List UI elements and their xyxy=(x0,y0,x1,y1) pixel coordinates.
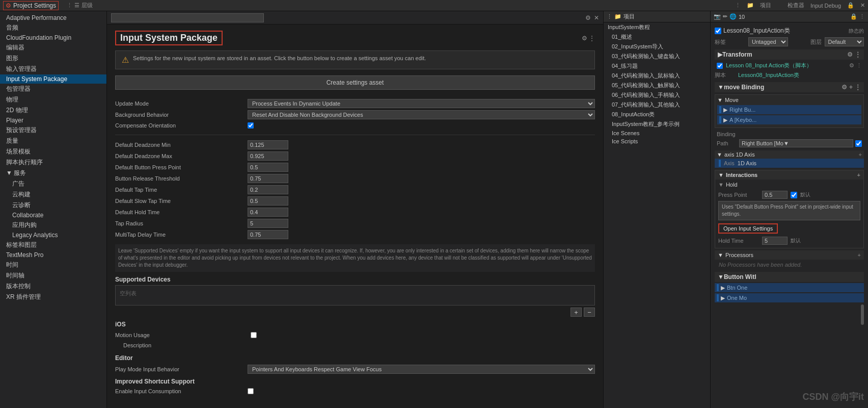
input-deadzone-max[interactable] xyxy=(248,151,288,161)
sidebar-item-adaptive[interactable]: Adaptive Performance xyxy=(0,13,106,22)
remove-device-btn[interactable]: − xyxy=(584,308,595,317)
play-mode-row: Play Mode Input Behavior Pointers And Ke… xyxy=(115,364,595,375)
sidebar-item-physics2d[interactable]: 2D 物理 xyxy=(0,105,106,116)
transform-gear-icon[interactable]: ⚙ xyxy=(847,51,853,58)
project-item-10[interactable]: Ice Scenes xyxy=(604,129,710,137)
project-item-11[interactable]: Ice Scripts xyxy=(604,137,710,145)
sidebar-services[interactable]: ▼ 服务 xyxy=(0,168,106,178)
dropdown-update-mode[interactable]: Process Events In Dynamic Update xyxy=(248,99,595,108)
project-item-5[interactable]: 05_代码检测输入_触屏输入 xyxy=(604,81,710,90)
move-binding-header[interactable]: ▼ move Binding ⚙ + ⋮ xyxy=(715,82,864,92)
sidebar-item-scene-template[interactable]: 场景模板 xyxy=(0,146,106,157)
axis-plus-icon[interactable]: + xyxy=(859,151,862,158)
dropdown-play-mode[interactable]: Pointers And Keyboards Respect Game View… xyxy=(248,365,595,374)
sidebar-version[interactable]: 版本控制 xyxy=(0,281,106,292)
project-item-0[interactable]: 01_概述 xyxy=(604,32,710,42)
sidebar-item-audio[interactable]: 音频 xyxy=(0,22,106,33)
one-mo-item[interactable]: ▶ One Mo xyxy=(715,293,864,302)
create-settings-btn[interactable]: Create settings asset xyxy=(115,75,595,90)
sidebar-item-input-manager[interactable]: 输入管理器 xyxy=(0,64,106,74)
label-release-threshold: Button Release Threshold xyxy=(115,175,248,182)
project-item-8[interactable]: 08_InputAction类 xyxy=(604,110,710,119)
transform-header[interactable]: ▶ Transform ⚙ ⋮ xyxy=(715,49,864,60)
sidebar-timeline[interactable]: 时间轴 xyxy=(0,270,106,281)
project-item-root[interactable]: InputSystem教程 xyxy=(604,22,710,32)
settings-gear-icon[interactable]: ⚙ ⋮ xyxy=(582,35,595,42)
press-point-input[interactable] xyxy=(762,191,788,199)
move-right-btn[interactable]: ▶ Right Bu... xyxy=(717,105,861,114)
lock-inspector-icon[interactable]: 🔒 xyxy=(850,13,857,20)
input-hold-time[interactable] xyxy=(248,208,288,217)
close-icon[interactable]: ✕ xyxy=(860,2,865,9)
sidebar-cloud-build[interactable]: 云构建 xyxy=(0,189,106,200)
add-device-btn[interactable]: + xyxy=(571,308,582,317)
input-tap-time[interactable] xyxy=(248,185,288,194)
input-slow-tap[interactable] xyxy=(248,196,288,206)
project-panel-label: 项目 xyxy=(623,13,635,20)
move-plus-icon[interactable]: + xyxy=(849,84,853,91)
component-active-checkbox[interactable] xyxy=(717,63,723,69)
sidebar-item-preset[interactable]: 预设管理器 xyxy=(0,125,106,136)
checkbox-motion[interactable] xyxy=(251,332,257,338)
input-deadzone-min[interactable] xyxy=(248,140,288,149)
sidebar-legacy-analytics[interactable]: Legacy Analytics xyxy=(0,231,106,240)
move-gear-icon[interactable]: ⚙ xyxy=(842,84,847,91)
project-item-6[interactable]: 06_代码检测输入_手柄输入 xyxy=(604,90,710,100)
sidebar-collaborate[interactable]: Collaborate xyxy=(0,211,106,220)
settings-main-title: Input System Package xyxy=(115,31,223,45)
layer-select[interactable]: Default xyxy=(825,37,864,46)
checkbox-compensate[interactable] xyxy=(248,122,254,129)
project-item-3[interactable]: 04_练习题 xyxy=(604,61,710,71)
sidebar-item-graphics[interactable]: 图形 xyxy=(0,53,106,64)
input-release-threshold[interactable] xyxy=(248,174,288,183)
path-value[interactable]: Right Button [Mo▼ xyxy=(739,139,853,147)
dots-icon-3: ⋮ xyxy=(607,13,612,20)
btn-one-item[interactable]: ▶ Btn One xyxy=(715,283,864,292)
sidebar-item-quality[interactable]: 质量 xyxy=(0,136,106,146)
arrow-icon: ▼ xyxy=(6,169,14,176)
search-input[interactable] xyxy=(111,13,264,22)
path-checkbox[interactable] xyxy=(855,140,862,147)
sidebar-iap[interactable]: 应用内购 xyxy=(0,220,106,231)
sidebar-item-cloud[interactable]: CloudFoundation Plugin xyxy=(0,33,106,42)
project-item-9[interactable]: InputSystem教程_参考示例 xyxy=(604,119,710,129)
project-item-1[interactable]: 02_InputSystem导入 xyxy=(604,42,710,52)
move-a-keyboard[interactable]: ▶ A [Keybo... xyxy=(717,115,861,124)
content-toolbar: ⚙ ✕ xyxy=(107,11,603,24)
sidebar-item-editor[interactable]: 编辑器 xyxy=(0,42,106,53)
interactions-plus-icon[interactable]: + xyxy=(857,172,860,178)
input-multitap[interactable] xyxy=(248,230,288,239)
press-point-checkbox[interactable] xyxy=(791,192,797,198)
settings-icon[interactable]: ⚙ xyxy=(585,14,591,21)
sidebar-item-package[interactable]: 包管理器 xyxy=(0,84,106,94)
close-content-icon[interactable]: ✕ xyxy=(594,14,599,21)
project-item-4[interactable]: 04_代码检测输入_鼠标输入 xyxy=(604,71,710,81)
input-tap-radius[interactable] xyxy=(248,219,288,228)
sidebar-textmesh[interactable]: TextMesh Pro xyxy=(0,250,106,260)
processors-plus-icon[interactable]: + xyxy=(858,252,861,258)
checkbox-active[interactable] xyxy=(715,28,721,34)
sidebar-item-player[interactable]: Player xyxy=(0,116,106,125)
hold-time-input[interactable] xyxy=(762,237,788,245)
dropdown-bg-behavior[interactable]: Reset And Disable Non Background Devices xyxy=(248,110,595,119)
sidebar-diagnostics[interactable]: 云诊断 xyxy=(0,200,106,211)
sidebar-ads[interactable]: 广告 xyxy=(0,178,106,189)
input-press-point[interactable] xyxy=(248,163,288,172)
sidebar-tags[interactable]: 标签和图层 xyxy=(0,240,106,250)
open-input-settings-btn[interactable]: Open Input Settings xyxy=(718,223,778,234)
project-settings-title[interactable]: ⚙ Project Settings xyxy=(3,1,59,10)
sidebar-xr[interactable]: XR 插件管理 xyxy=(0,292,106,302)
sidebar-item-script-order[interactable]: 脚本执行顺序 xyxy=(0,157,106,168)
sidebar-time[interactable]: 时间 xyxy=(0,260,106,270)
lock-icon: 🔒 xyxy=(847,2,854,9)
move-binding-label: move Binding xyxy=(724,84,764,91)
button-with-header[interactable]: ▼ Button Witl xyxy=(715,272,864,282)
checkbox-enable-input[interactable] xyxy=(248,388,254,394)
scrollbar-thumb[interactable] xyxy=(861,304,864,325)
sidebar-item-input-system[interactable]: Input System Package xyxy=(0,74,106,84)
tag-select[interactable]: Untagged xyxy=(748,37,788,46)
project-item-7[interactable]: 07_代码检测输入_其他输入 xyxy=(604,100,710,110)
component-gear-icon[interactable]: ⚙ xyxy=(849,62,854,69)
project-item-2[interactable]: 03_代码检测输入_键盘输入 xyxy=(604,52,710,61)
sidebar-item-physics[interactable]: 物理 xyxy=(0,94,106,105)
